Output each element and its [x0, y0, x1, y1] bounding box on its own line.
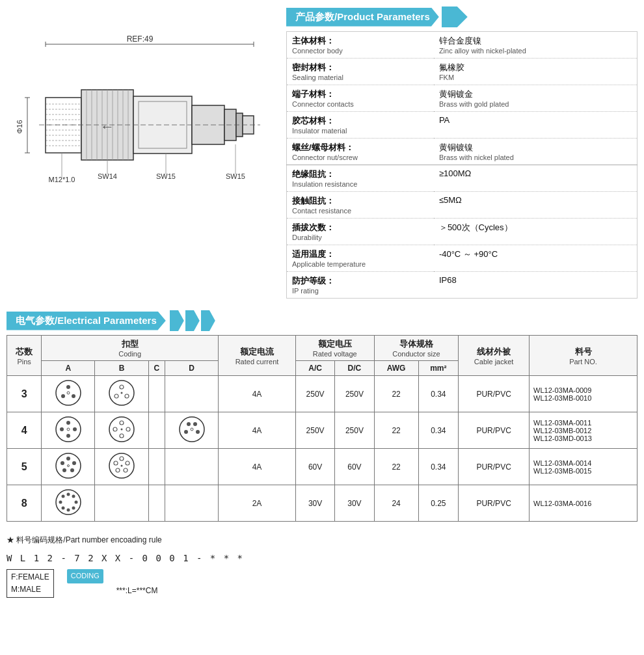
- param-label-cn-4: 胶芯材料：: [292, 115, 429, 127]
- mm2-8: 0.25: [418, 485, 459, 522]
- coding-4b: [95, 412, 148, 449]
- svg-text:Φ16: Φ16: [16, 120, 23, 133]
- coding-8d: [165, 485, 218, 522]
- th-coding-d: D: [165, 361, 218, 376]
- partno-8: WL12-03MA-0016: [530, 485, 637, 522]
- coding-rule-title-cn: 料号编码规格: [16, 535, 63, 544]
- param-row-5: 螺丝/螺母材料： Connector nut/screw 黄铜镀镍 Brass …: [287, 139, 637, 165]
- param-row-2: 密封材料： Sealing material 氟橡胶 FKM: [287, 59, 637, 85]
- svg-point-63: [120, 434, 124, 438]
- svg-point-65: [121, 429, 123, 431]
- svg-point-81: [114, 461, 118, 465]
- svg-point-57: [66, 434, 70, 438]
- svg-point-68: [193, 422, 197, 426]
- svg-point-58: [73, 427, 77, 431]
- th-jacket: 线材外被 Cable jacket: [459, 336, 530, 376]
- legend-male: M:MALE: [11, 583, 49, 596]
- svg-point-91: [66, 509, 70, 512]
- svg-point-55: [66, 421, 70, 425]
- vdc-3: 250V: [335, 376, 374, 412]
- svg-point-92: [61, 507, 64, 510]
- param-label-en-7: Contact resistance: [292, 207, 429, 215]
- svg-point-89: [74, 501, 77, 504]
- elec-section: 电气参数/Electrical Parameters 芯数 Pins 扣型 Co…: [7, 304, 637, 522]
- awg-5: 22: [374, 449, 418, 485]
- svg-point-47: [72, 394, 75, 398]
- param-row-7: 接触阻抗： Contact resistance ≤5MΩ: [287, 192, 637, 219]
- jacket-3: PUR/PVC: [459, 376, 530, 412]
- svg-text:←: ←: [100, 118, 114, 135]
- awg-8: 24: [374, 485, 418, 522]
- svg-point-61: [120, 421, 124, 425]
- elec-title-cn: 电气参数: [16, 315, 55, 326]
- param-label-en-4: Insulator material: [292, 127, 429, 135]
- coding-4d: [165, 412, 218, 449]
- param-value-cn-10: IP68: [439, 275, 632, 285]
- svg-point-51: [114, 394, 118, 398]
- current-8: 2A: [219, 485, 296, 522]
- svg-point-78: [67, 465, 69, 467]
- svg-point-82: [116, 468, 120, 472]
- svg-point-70: [196, 430, 200, 434]
- th-mm2: mm²: [418, 361, 459, 376]
- params-title-en: Product Parameters: [337, 11, 430, 22]
- svg-point-48: [67, 392, 70, 394]
- elec-row-8pin: 8: [7, 485, 637, 522]
- th-coding-c: C: [148, 361, 165, 376]
- th-conductor: 导体规格 Conductor size: [374, 336, 459, 361]
- jacket-5: PUR/PVC: [459, 449, 530, 485]
- param-value-cn-1: 锌合金度镍: [439, 35, 632, 47]
- param-row-1: 主体材料： Connector body 锌合金度镍 Zinc alloy wi…: [287, 32, 637, 59]
- param-row-8: 插拔次数： Durability ＞500次（Cycles）: [287, 219, 637, 245]
- param-row-6: 绝缘阻抗： Insulation resistance ≥100MΩ: [287, 165, 637, 192]
- param-row-10: 防护等级： IP rating IP68: [287, 272, 637, 299]
- coding-3d: [165, 376, 218, 412]
- param-label-cn-5: 螺丝/螺母材料：: [292, 142, 429, 154]
- drawing-area: REF:49 Φ16: [7, 7, 280, 243]
- params-table: 主体材料： Connector body 锌合金度镍 Zinc alloy wi…: [286, 31, 637, 299]
- param-value-en-5: Brass with nickel plated: [439, 154, 632, 161]
- partno-4: WL12-03MA-0011WL12-03MB-0012WL12-03MD-00…: [530, 412, 637, 449]
- param-value-cn-6: ≥100MΩ: [439, 168, 632, 178]
- param-value-en-2: FKM: [439, 74, 632, 81]
- coding-8c: [148, 485, 165, 522]
- current-3: 4A: [219, 376, 296, 412]
- mm2-5: 0.34: [418, 449, 459, 485]
- awg-4: 22: [374, 412, 418, 449]
- th-coding: 扣型 Coding: [42, 336, 219, 361]
- th-pins: 芯数 Pins: [7, 336, 42, 376]
- svg-point-80: [120, 457, 124, 461]
- param-label-cn-10: 防护等级：: [292, 275, 429, 287]
- current-4: 4A: [219, 412, 296, 449]
- svg-point-56: [60, 427, 64, 431]
- pin3-b-icon: [107, 379, 136, 407]
- pin8-a-icon: [54, 488, 83, 516]
- svg-point-76: [70, 468, 74, 472]
- elec-row-5pin: 5: [7, 449, 637, 485]
- coding-4c: [148, 412, 165, 449]
- svg-point-54: [56, 417, 81, 442]
- elec-header: 电气参数/Electrical Parameters: [7, 310, 637, 331]
- vac-3: 250V: [295, 376, 334, 412]
- coding-rule-section: ★ 料号编码规格/Part number encoading rule W L …: [7, 533, 637, 598]
- svg-point-46: [61, 394, 65, 398]
- svg-point-75: [62, 468, 66, 472]
- coding-badge: CODING: [67, 569, 103, 583]
- elec-header-arrows: [168, 310, 215, 331]
- coding-3b: [95, 376, 148, 412]
- param-label-cn-3: 端子材料：: [292, 88, 429, 100]
- vac-8: 30V: [295, 485, 334, 522]
- param-label-en-3: Connector contacts: [292, 100, 429, 108]
- svg-point-73: [66, 457, 70, 461]
- param-value-en-3: Brass with gold plated: [439, 100, 632, 108]
- pin4-d-icon: [178, 415, 206, 444]
- param-label-en-8: Durability: [292, 234, 429, 241]
- svg-point-45: [66, 385, 70, 389]
- jacket-4: PUR/PVC: [459, 412, 530, 449]
- svg-point-77: [72, 461, 76, 465]
- elec-header-row-1: 芯数 Pins 扣型 Coding 额定电流 Rated current 额定电…: [7, 336, 637, 361]
- param-value-cn-3: 黄铜镀金: [439, 88, 632, 100]
- svg-point-94: [61, 495, 64, 498]
- param-value-cn-5: 黄铜镀镍: [439, 142, 632, 154]
- svg-rect-8: [46, 98, 81, 153]
